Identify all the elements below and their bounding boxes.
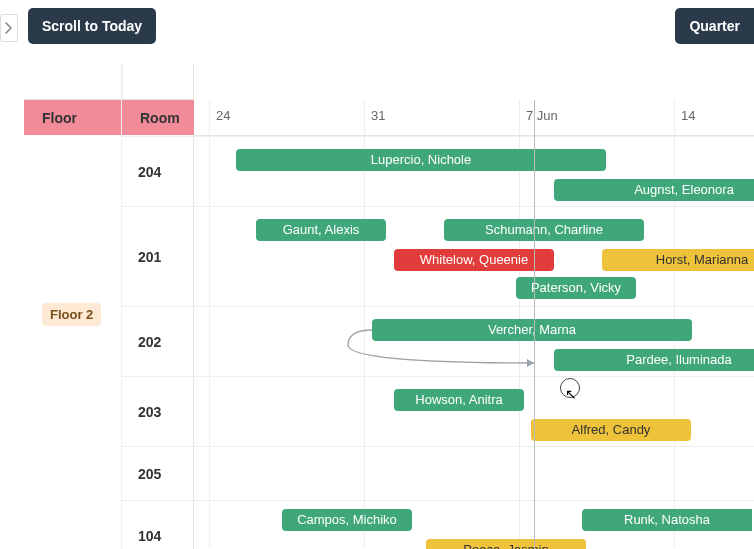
floor-header: Floor [24,100,121,136]
event-bar[interactable]: Alfred, Candy [531,419,691,441]
timeline-area[interactable]: 24 31 7 Jun 14 Lupercio, Nichole Augnst,… [194,64,754,549]
event-bar[interactable]: Paterson, Vicky [516,277,636,299]
event-bar[interactable]: Vercher, Marna [372,319,692,341]
top-toolbar: Scroll to Today Quarter [0,0,754,64]
room-cell[interactable]: 201 [122,206,194,306]
event-bar[interactable]: Campos, Michiko [282,509,412,531]
room-cell[interactable]: 204 [122,136,194,206]
event-bar[interactable]: Whitelow, Queenie [394,249,554,271]
event-bar[interactable]: Pardee, Iluminada [554,349,754,371]
event-bar[interactable]: Augnst, Eleonora [554,179,754,201]
room-cell[interactable]: 203 [122,376,194,446]
header-spacer [122,64,194,100]
lanes: Lupercio, Nichole Augnst, Eleonora Gaunt… [194,136,754,549]
event-bar[interactable]: Horst, Marianna [602,249,754,271]
room-cell[interactable]: 104 [122,500,194,549]
chevron-right-icon [5,22,13,34]
room-cell[interactable]: 205 [122,446,194,500]
lane: Lupercio, Nichole Augnst, Eleonora [194,136,754,206]
lane: Vercher, Marna Pardee, Iluminada [194,306,754,376]
event-bar[interactable]: Schumann, Charline [444,219,644,241]
room-column: Room 204 201 202 203 205 104 [122,64,194,549]
lane: Campos, Michiko Runk, Natosha Peace, Jas… [194,500,754,549]
event-bar[interactable]: Lupercio, Nichole [236,149,606,171]
timeline-header: 24 31 7 Jun 14 [194,100,754,136]
lane: Gaunt, Alexis Schumann, Charline Whitelo… [194,206,754,306]
event-bar[interactable]: Howson, Anitra [394,389,524,411]
side-columns: Floor Floor 2 Room 204 201 202 203 205 1… [24,64,194,549]
scheduler-grid: Floor Floor 2 Room 204 201 202 203 205 1… [24,64,754,549]
floor-chip: Floor 2 [42,303,101,326]
event-bar[interactable]: Runk, Natosha [582,509,752,531]
room-header: Room [122,100,194,136]
floor-column: Floor Floor 2 [24,64,122,549]
room-cell[interactable]: 202 [122,306,194,376]
lane: Howson, Anitra Alfred, Candy [194,376,754,446]
header-spacer [24,64,121,100]
lane [194,446,754,500]
quarter-button[interactable]: Quarter [675,8,754,44]
scroll-to-today-button[interactable]: Scroll to Today [28,8,156,44]
floor-body: Floor 2 [24,136,121,549]
event-bar[interactable]: Peace, Jasmin [426,539,586,549]
event-bar[interactable]: Gaunt, Alexis [256,219,386,241]
expand-sidebar-button[interactable] [0,14,18,42]
